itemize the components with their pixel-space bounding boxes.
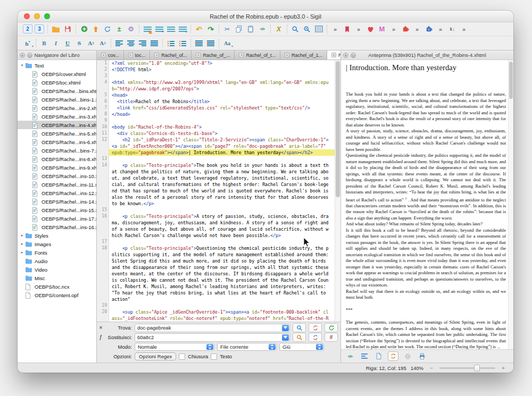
plugin-blue-icon[interactable]: c	[423, 24, 435, 35]
code-text[interactable]: <title>Rachel of the Robins</title>	[109, 98, 335, 105]
toolbar-overflow-icon[interactable]: »	[435, 24, 446, 35]
tree-item[interactable]: OEBPS/toc.xhtml	[18, 78, 96, 87]
tree-item[interactable]: ▸Images	[18, 240, 96, 248]
code-line[interactable]: 13	[97, 156, 335, 162]
editor-tab[interactable]: ×cov...	[97, 50, 124, 60]
code-line[interactable]: 14 <p class="Testo-principale">The book …	[97, 162, 335, 207]
editor-tab[interactable]: ×toc...	[124, 50, 151, 60]
wrap-checkbox[interactable]	[179, 353, 185, 360]
expander-icon[interactable]: ▸	[19, 250, 25, 255]
toolbar-overflow-icon[interactable]: »	[411, 24, 423, 35]
code-line[interactable]: 3	[97, 73, 335, 79]
browser-globe-icon[interactable]	[402, 351, 413, 361]
expander-icon[interactable]: ▸	[19, 233, 25, 238]
expander-icon[interactable]: ▸	[19, 242, 25, 246]
cut-icon[interactable]: ✂	[221, 24, 233, 35]
editor-tab[interactable]: ×Rachel_of_t...	[235, 50, 280, 60]
code-text[interactable]: <link href="css/idGeneratedStyles.css" r…	[109, 105, 335, 111]
undo-icon[interactable]: ↶	[193, 24, 205, 35]
tree-item[interactable]: OEBPS/Rachel...bins-7.xhtml	[18, 146, 96, 155]
text-case-icon[interactable]: Aa▾	[221, 38, 233, 48]
code-text[interactable]: <html xmlns="http://www.w3.org/1999/xhtm…	[109, 79, 335, 92]
regex-options-button[interactable]: Opzioni Regex	[135, 352, 176, 360]
special-characters-icon[interactable]	[313, 24, 325, 35]
zoom-slider-thumb[interactable]	[474, 365, 480, 372]
italic-icon[interactable]: I	[50, 38, 62, 48]
find-history-dropdown-icon[interactable]	[282, 325, 289, 331]
donate-up-arrow-icon[interactable]	[90, 24, 102, 35]
code-line[interactable]: 9	[97, 117, 335, 124]
tree-item[interactable]: Audio	[18, 257, 96, 265]
tab-close-icon[interactable]: ×	[101, 53, 106, 57]
code-scrollbar-thumb[interactable]	[336, 61, 340, 197]
code-line[interactable]: 2<!DOCTYPE html>	[97, 66, 335, 73]
bold-icon[interactable]: B	[38, 38, 50, 48]
zoom-in-icon[interactable]: +	[500, 365, 507, 371]
mode-select[interactable]: Normale	[135, 343, 214, 351]
tab-close-icon[interactable]: ×	[154, 53, 159, 57]
close-panel-icon[interactable]: ×	[20, 53, 25, 58]
count-occurrences-button[interactable]	[325, 323, 338, 332]
code-text[interactable]	[109, 207, 335, 213]
superscript-icon[interactable]: A2	[97, 38, 109, 48]
mend-code-icon[interactable]: </>	[256, 24, 268, 35]
align-right-icon[interactable]	[137, 38, 148, 48]
code-line[interactable]: 12 <h2 id="_idParaDest-1" class="Titolo-…	[97, 137, 335, 149]
replace-all-button[interactable]	[309, 333, 322, 342]
find-input[interactable]: doc-pagebreak	[135, 324, 290, 332]
code-editor[interactable]: 1<?xml version="1.0" encoding="utf-8"?>2…	[97, 60, 335, 322]
code-text[interactable]	[109, 73, 335, 79]
zoom-window-button[interactable]	[44, 13, 50, 19]
refresh-preview-icon[interactable]	[388, 351, 398, 361]
code-text[interactable]: <head>	[109, 92, 335, 98]
tree-item[interactable]: ▸Styles	[18, 231, 96, 240]
tree-item[interactable]: OEBPS/Rachel...bins-1.xhtml	[18, 95, 96, 104]
code-line[interactable]: 6 <title>Rachel of the Robins</title>	[97, 98, 335, 105]
find-next-button[interactable]	[293, 323, 306, 332]
insert-file-icon[interactable]: ±	[113, 24, 125, 35]
scope-select[interactable]: File corrente	[217, 343, 277, 351]
editor-tab[interactable]: ×Rache_of_...	[192, 50, 235, 60]
toolbar-overflow-icon[interactable]: »	[329, 24, 341, 35]
code-line[interactable]: 16 <p class="Testo-principale">A story o…	[97, 213, 335, 239]
code-text[interactable]: <h2 id="_idParaDest-1" class="Titolo-2-S…	[109, 137, 335, 149]
toolbar-overflow-icon[interactable]: »	[388, 24, 400, 35]
code-text[interactable]: <?xml version="1.0" encoding="utf-8"?>	[109, 60, 335, 66]
code-text[interactable]	[109, 239, 335, 245]
copy-icon[interactable]	[233, 24, 245, 35]
tree-item[interactable]: OEBPS/Rache...ins-5.xhtml	[18, 129, 96, 138]
bullet-list-icon[interactable]	[165, 38, 177, 48]
tree-item[interactable]: OEBPS/Rache...ins-9.xhtml	[18, 163, 96, 172]
tree-item[interactable]: OEBPS/Rache...ins-8.xhtml	[18, 155, 96, 163]
preview-scrollbar-thumb[interactable]	[509, 62, 513, 99]
close-panel-icon[interactable]: ×	[343, 53, 348, 58]
settings-gear-icon[interactable]: ⚙	[125, 24, 137, 35]
tree-item[interactable]: OEBPS/toc.ncx	[18, 282, 96, 291]
paste-icon[interactable]	[245, 24, 256, 35]
code-text[interactable]	[109, 117, 335, 124]
tree-item[interactable]: OEBPS/Rache...ins-3.xhtml	[18, 112, 96, 121]
find-replace-icon[interactable]	[301, 24, 313, 35]
outdent-icon[interactable]	[193, 38, 205, 48]
tree-item[interactable]: OEBPS/Rachel...ins-16.xhtml	[18, 223, 96, 231]
split-at-cursor-icon[interactable]: ◣	[142, 24, 153, 35]
delete-icon[interactable]: X	[273, 24, 285, 35]
replace-current-button[interactable]	[309, 323, 322, 332]
preview-scrollbar[interactable]	[508, 60, 513, 349]
code-text[interactable]: </head>	[109, 111, 335, 117]
numbered-list-icon[interactable]	[177, 38, 188, 48]
bookmark-icon[interactable]	[341, 24, 353, 35]
code-text[interactable]: <p class="Testo-principale">A story of p…	[109, 213, 335, 239]
tree-item[interactable]: OEBPS/Rache...ins-2.xhtml	[18, 104, 96, 112]
code-line[interactable]: 5<head>	[97, 92, 335, 98]
code-line[interactable]: 19	[97, 302, 335, 309]
code-text[interactable]: <div class="Cornice-di-testo-di-base">	[109, 130, 335, 137]
tree-item[interactable]: OEBPS/Rache...ins-6.xhtml	[18, 138, 96, 146]
code-line[interactable]: 4<html xmlns="http://www.w3.org/1999/xht…	[97, 79, 335, 92]
epub3-icon[interactable]: 3	[34, 24, 45, 35]
plugin-red-icon[interactable]	[400, 24, 411, 35]
tab-close-icon[interactable]: ×	[285, 53, 289, 57]
toolbar-overflow-icon[interactable]: »	[353, 24, 364, 35]
donate-heart-icon[interactable]	[364, 24, 376, 35]
minimize-window-button[interactable]	[34, 13, 40, 19]
